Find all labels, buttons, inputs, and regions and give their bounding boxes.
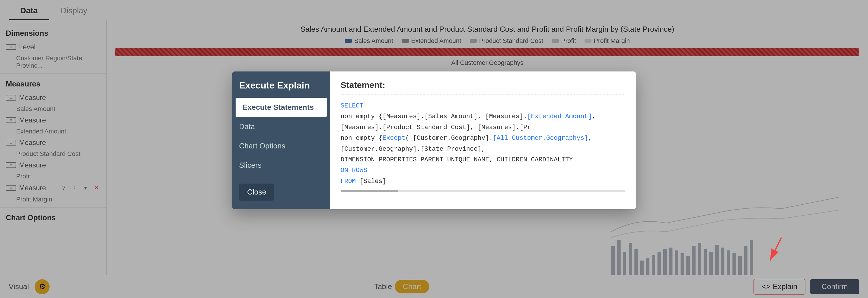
modal-title: Execute Explain: [232, 80, 330, 98]
code-line-1: non empty {[Measures].[Sales Amount], [M…: [341, 111, 625, 133]
code-line-on-rows: ON ROWS: [341, 165, 625, 176]
modal-nav-execute-statements[interactable]: Execute Statements: [236, 98, 327, 117]
arrow-annotation: [758, 235, 787, 269]
modal-nav-chart-options[interactable]: Chart Options: [232, 136, 330, 156]
code-text-2b: ( [Customer.Geography].: [405, 135, 493, 142]
modal-nav-data[interactable]: Data: [232, 117, 330, 136]
keyword-select: SELECT: [341, 102, 363, 109]
keyword-except: Except: [382, 135, 405, 142]
keyword-on-rows: ON ROWS: [341, 167, 367, 174]
modal-nav-slicers[interactable]: Slicers: [232, 156, 330, 175]
modal-overlay: Execute Explain Execute Statements Data …: [0, 0, 868, 298]
statement-code: SELECT non empty {[Measures].[Sales Amou…: [341, 101, 625, 187]
scroll-thumb: [341, 190, 398, 192]
keyword-allcustomer: [All Customer.Geographys]: [493, 135, 588, 142]
code-line-2: non empty {Except( [Customer.Geography].…: [341, 133, 625, 155]
code-line-select: SELECT: [341, 101, 625, 111]
code-text-2a: non empty {: [341, 135, 382, 142]
app-container: Data Display Dimensions Level Customer R…: [0, 0, 868, 298]
code-text-3: DIMENSION PROPERTIES PARENT_UNIQUE_NAME,…: [341, 156, 573, 163]
statement-title: Statement:: [341, 80, 625, 90]
modal-container: Execute Explain Execute Statements Data …: [232, 71, 636, 209]
code-text-1: non empty {[Measures].[Sales Amount], [M…: [341, 113, 527, 120]
modal-left-panel: Execute Explain Execute Statements Data …: [232, 71, 330, 209]
statement-divider: [341, 95, 625, 95]
code-line-3: DIMENSION PROPERTIES PARENT_UNIQUE_NAME,…: [341, 155, 625, 165]
modal-right-panel: Statement: SELECT non empty {[Measures].…: [330, 71, 636, 209]
code-line-from: FROM [Sales]: [341, 176, 625, 187]
statement-scroll[interactable]: [341, 190, 625, 192]
keyword-from: FROM: [341, 178, 356, 185]
keyword-extended: [Extended Amount]: [527, 113, 592, 120]
code-text-from: [Sales]: [356, 178, 386, 185]
modal-close-button[interactable]: Close: [239, 184, 274, 201]
